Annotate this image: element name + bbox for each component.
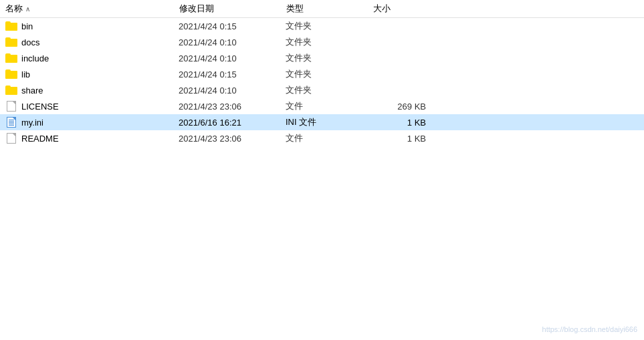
folder-icon: [5, 20, 17, 32]
file-type: 文件夹: [286, 84, 372, 96]
file-icon: [5, 132, 17, 144]
col-size-label: 大小: [373, 3, 391, 13]
file-date: 2021/4/24 0:10: [179, 37, 286, 47]
col-header-type[interactable]: 类型: [286, 3, 373, 15]
file-size: 269 KB: [372, 102, 439, 112]
file-row[interactable]: my.ini 2021/6/16 16:21 INI 文件 1 KB: [0, 114, 644, 130]
file-type: 文件: [286, 100, 372, 112]
col-type-label: 类型: [286, 3, 304, 13]
file-date: 2021/6/16 16:21: [179, 118, 286, 128]
file-name: include: [21, 53, 179, 63]
col-header-size[interactable]: 大小: [373, 3, 440, 15]
file-date: 2021/4/24 0:10: [179, 53, 286, 63]
folder-icon: [5, 36, 17, 48]
file-date: 2021/4/23 23:06: [179, 134, 286, 144]
file-type: 文件夹: [286, 36, 372, 48]
file-row[interactable]: share 2021/4/24 0:10 文件夹: [0, 82, 644, 98]
col-header-name[interactable]: 名称 ∧: [5, 3, 179, 15]
folder-icon: [5, 68, 17, 80]
file-icon: [5, 100, 17, 112]
file-name: LICENSE: [21, 102, 179, 112]
file-date: 2021/4/24 0:10: [179, 86, 286, 96]
file-type: 文件夹: [286, 68, 372, 80]
file-type: INI 文件: [286, 116, 372, 128]
file-date: 2021/4/23 23:06: [179, 102, 286, 112]
file-date: 2021/4/24 0:15: [179, 21, 286, 31]
file-explorer: 名称 ∧ 修改日期 类型 大小 bin 2021/4/24 0:15 文件夹 d…: [0, 0, 644, 340]
file-date: 2021/4/24 0:15: [179, 69, 286, 79]
file-name: my.ini: [21, 118, 179, 128]
file-name: lib: [21, 69, 179, 79]
col-name-label: 名称: [5, 3, 23, 15]
file-row[interactable]: include 2021/4/24 0:10 文件夹: [0, 50, 644, 66]
file-type: 文件: [286, 132, 372, 144]
file-size: 1 KB: [372, 134, 439, 144]
file-size: 1 KB: [372, 118, 439, 128]
file-name: share: [21, 86, 179, 96]
file-name: bin: [21, 21, 179, 31]
file-row[interactable]: bin 2021/4/24 0:15 文件夹: [0, 18, 644, 34]
file-type: 文件夹: [286, 52, 372, 64]
file-name: README: [21, 134, 179, 144]
file-row[interactable]: LICENSE 2021/4/23 23:06 文件 269 KB: [0, 98, 644, 114]
sort-arrow-icon: ∧: [25, 5, 30, 13]
file-name: docs: [21, 37, 179, 47]
col-header-date[interactable]: 修改日期: [179, 3, 286, 15]
column-headers: 名称 ∧ 修改日期 类型 大小: [0, 0, 644, 18]
folder-icon: [5, 84, 17, 96]
file-list: bin 2021/4/24 0:15 文件夹 docs 2021/4/24 0:…: [0, 18, 644, 340]
col-date-label: 修改日期: [179, 3, 214, 13]
file-row[interactable]: lib 2021/4/24 0:15 文件夹: [0, 66, 644, 82]
file-type: 文件夹: [286, 20, 372, 32]
file-row[interactable]: README 2021/4/23 23:06 文件 1 KB: [0, 130, 644, 146]
file-row[interactable]: docs 2021/4/24 0:10 文件夹: [0, 34, 644, 50]
folder-icon: [5, 52, 17, 64]
ini-file-icon: [5, 116, 17, 128]
